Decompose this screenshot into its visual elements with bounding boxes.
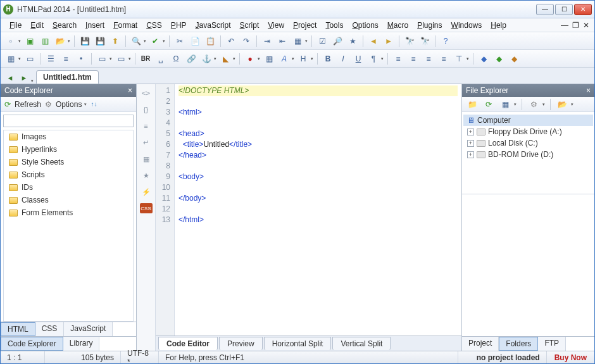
underline-button[interactable]: U (352, 53, 365, 65)
toggle-grid-icon[interactable]: ▦ (141, 154, 151, 164)
menu-macro[interactable]: Macro (384, 20, 412, 31)
mdi-minimize-button[interactable]: — (561, 21, 568, 30)
css-icon[interactable]: CSS (140, 203, 153, 213)
browse-fwd-button[interactable]: ► (382, 35, 395, 47)
refresh-button[interactable]: Refresh (15, 100, 41, 109)
toggle-tag-icon[interactable]: <> (141, 88, 151, 98)
align-left-button[interactable]: ≡ (392, 53, 404, 65)
fe-refresh-icon[interactable]: ⟳ (482, 98, 495, 111)
open-button[interactable]: 📂 (54, 35, 66, 47)
script-blue-button[interactable]: ◆ (477, 53, 490, 65)
link-button[interactable]: 🔗 (185, 53, 197, 65)
menu-insert[interactable]: Insert (82, 20, 108, 31)
code-content[interactable]: <!DOCTYPE HTML><html><head> <title>Untit… (175, 84, 461, 336)
preview-button[interactable]: 🔍 (130, 35, 142, 47)
tool-check-button[interactable]: ☑ (316, 35, 329, 47)
fe-view-icon[interactable]: ▦ (499, 98, 511, 111)
tab-fwd-button[interactable]: ► (18, 72, 30, 84)
menu-plugins[interactable]: Plugins (413, 20, 446, 31)
new-file-button[interactable]: ▫ (4, 35, 17, 47)
file-explorer-close-icon[interactable]: × (586, 86, 591, 95)
help-button[interactable]: ? (439, 35, 452, 47)
options-button[interactable]: Options (56, 100, 82, 109)
drive-item[interactable]: +Floppy Disk Drive (A:) (463, 126, 593, 137)
toggle-fold-icon[interactable]: {} (141, 104, 151, 115)
fe-gear-icon[interactable]: ⚙ (527, 98, 540, 111)
align-justify-button[interactable]: ≡ (437, 53, 450, 65)
menu-help[interactable]: Help (487, 20, 510, 31)
br-button[interactable]: BR (139, 53, 152, 65)
ce-folder-ids[interactable]: IDs (4, 181, 133, 194)
bold-button[interactable]: B (322, 53, 334, 65)
omega-button[interactable]: Ω (170, 53, 182, 65)
refresh-icon[interactable]: ⟳ (4, 100, 11, 109)
expander-icon[interactable]: + (467, 140, 474, 147)
file-tab[interactable]: Untitled1.htm (36, 70, 99, 84)
cut-button[interactable]: ✂ (173, 35, 186, 47)
input-button[interactable]: ▭ (115, 53, 127, 65)
li-button[interactable]: • (75, 53, 87, 65)
table-button[interactable]: ▦ (4, 53, 17, 65)
menu-javascript[interactable]: JavaScript (192, 20, 235, 31)
editor-tab-vertical-split[interactable]: Vertical Split (332, 337, 391, 350)
binoculars2-icon[interactable]: 🔭 (418, 35, 431, 47)
image-button[interactable]: ▦ (263, 53, 275, 65)
ce-folder-style-sheets[interactable]: Style Sheets (4, 156, 133, 168)
drive-item[interactable]: +Local Disk (C:) (463, 137, 593, 149)
ce-folder-form-elements[interactable]: Form Elements (4, 206, 133, 219)
new-doc-button[interactable]: ▣ (23, 35, 36, 47)
paste-button[interactable]: 📋 (204, 35, 216, 47)
fe-tab-folders[interactable]: Folders (499, 337, 538, 351)
mdi-restore-button[interactable]: ❐ (572, 21, 579, 30)
script-green-button[interactable]: ◆ (492, 53, 505, 65)
menu-php[interactable]: PHP (167, 20, 191, 31)
italic-button[interactable]: I (337, 53, 349, 65)
align-center-button[interactable]: ≡ (407, 53, 420, 65)
comment-button[interactable]: ◣ (219, 53, 232, 65)
ce-folder-images[interactable]: Images (4, 130, 133, 143)
fe-open-icon[interactable]: 📂 (556, 98, 568, 111)
redo-button[interactable]: ↷ (240, 35, 253, 47)
sort-icon[interactable]: ↑↓ (91, 101, 97, 108)
save-button[interactable]: 💾 (78, 35, 91, 47)
binoculars-icon[interactable]: 🔭 (403, 35, 416, 47)
menu-project[interactable]: Project (289, 20, 320, 31)
menu-search[interactable]: Search (49, 20, 80, 31)
menu-edit[interactable]: Edit (27, 20, 47, 31)
fe-computer-item[interactable]: 🖥 Computer (463, 115, 593, 126)
undo-button[interactable]: ↶ (225, 35, 237, 47)
drive-item[interactable]: +BD-ROM Drive (D:) (463, 149, 593, 160)
anchor-button[interactable]: ⚓ (200, 53, 213, 65)
ce-tab-code-explorer[interactable]: Code Explorer (1, 337, 63, 351)
menu-tools[interactable]: Tools (322, 20, 347, 31)
ul-button[interactable]: ☰ (44, 53, 57, 65)
color-button[interactable]: ● (244, 53, 256, 65)
validate-button[interactable]: ✔ (149, 35, 161, 47)
tab-back-button[interactable]: ◄ (4, 72, 16, 84)
menu-file[interactable]: File (6, 20, 25, 31)
fe-folder-up-icon[interactable]: 📁 (466, 98, 479, 111)
indent-button[interactable]: ⇥ (261, 35, 273, 47)
close-button[interactable]: ✕ (574, 4, 592, 15)
minimize-button[interactable]: — (536, 4, 554, 15)
expander-icon[interactable]: + (467, 151, 474, 158)
script-orange-button[interactable]: ◆ (508, 53, 520, 65)
bookmark-button[interactable]: ★ (346, 35, 359, 47)
editor-tab-preview[interactable]: Preview (219, 337, 263, 350)
menu-windows[interactable]: Windows (448, 20, 486, 31)
code-editor[interactable]: 12345678910111213 <!DOCTYPE HTML><html><… (156, 84, 461, 336)
paragraph-button[interactable]: ¶ (367, 53, 380, 65)
heading-button[interactable]: H (297, 53, 310, 65)
open-project-button[interactable]: ▥ (39, 35, 51, 47)
toggle-bolt-icon[interactable]: ⚡ (141, 187, 151, 197)
align-top-button[interactable]: ⊤ (453, 53, 465, 65)
menu-options[interactable]: Options (348, 20, 382, 31)
save-all-button[interactable]: 💾 (94, 35, 106, 47)
copy-button[interactable]: 📄 (189, 35, 201, 47)
menu-css[interactable]: CSS (142, 20, 166, 31)
gear-icon[interactable]: ⚙ (45, 100, 52, 109)
browse-back-button[interactable]: ◄ (367, 35, 380, 47)
ce-tab-library[interactable]: Library (63, 337, 100, 351)
columns-button[interactable]: ▦ (291, 35, 304, 47)
lang-tab-css[interactable]: CSS (35, 322, 65, 336)
